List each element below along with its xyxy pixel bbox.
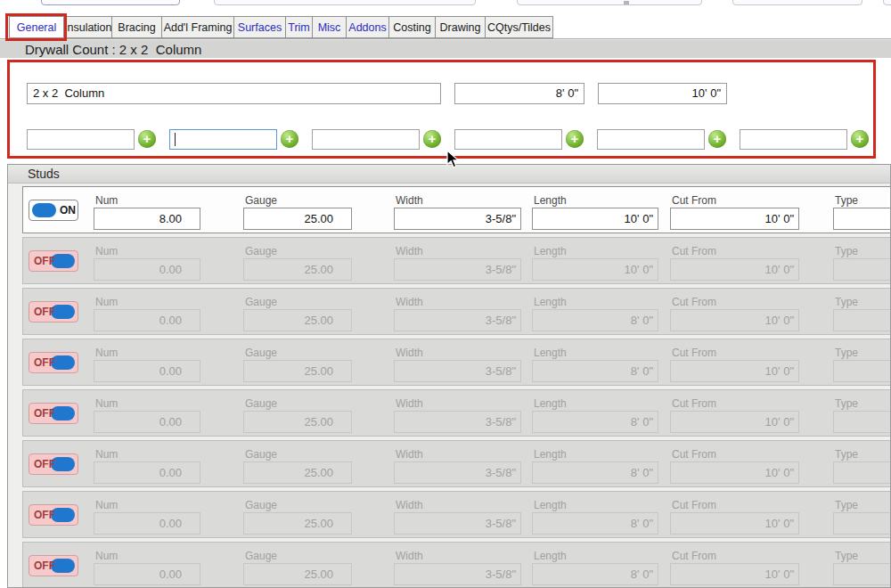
add-button-3[interactable]: + bbox=[423, 130, 441, 148]
width-input[interactable]: 3-5/8" bbox=[394, 208, 521, 230]
gauge-column: Gauge 25.00 bbox=[243, 397, 352, 433]
width-input[interactable]: 3-5/8" bbox=[394, 563, 521, 585]
type-input[interactable] bbox=[833, 512, 891, 535]
num-input[interactable]: 0.00 bbox=[94, 512, 200, 535]
type-input[interactable] bbox=[833, 461, 891, 484]
length-input[interactable]: 8' 0" bbox=[532, 563, 658, 585]
tab-costing[interactable]: Costing bbox=[388, 16, 436, 38]
quick-add-input-5[interactable] bbox=[597, 129, 705, 150]
tab-trim[interactable]: Trim bbox=[285, 16, 313, 38]
type-column: Type bbox=[833, 397, 891, 433]
width-label: Width bbox=[396, 296, 423, 308]
type-input[interactable] bbox=[833, 309, 891, 331]
lf-framing-input[interactable]: 8' 0" bbox=[454, 83, 584, 104]
width-input[interactable]: 3-5/8" bbox=[394, 360, 521, 382]
gauge-label: Gauge bbox=[245, 347, 277, 359]
num-input[interactable]: 8.00 bbox=[94, 208, 200, 230]
type-label: Type bbox=[835, 194, 858, 207]
num-input[interactable]: 0.00 bbox=[94, 360, 200, 382]
top-cutoff-field-4[interactable] bbox=[732, 0, 862, 5]
stud-enable-toggle[interactable]: OFF bbox=[29, 403, 78, 424]
tab-general[interactable]: General bbox=[9, 16, 64, 38]
top-cutoff-field-3[interactable] bbox=[517, 0, 702, 5]
length-input[interactable]: 8' 0" bbox=[532, 360, 658, 382]
stud-enable-toggle[interactable]: OFF bbox=[29, 504, 78, 526]
quick-add-input-4[interactable] bbox=[454, 129, 562, 150]
gauge-input[interactable]: 25.00 bbox=[243, 563, 352, 585]
stud-enable-toggle[interactable]: OFF bbox=[29, 250, 78, 272]
length-input[interactable]: 8' 0" bbox=[532, 309, 658, 331]
quick-add-input-6[interactable] bbox=[740, 129, 847, 150]
cut-from-input[interactable]: 10' 0" bbox=[670, 208, 799, 230]
cut-from-input[interactable]: 10' 0" bbox=[670, 309, 799, 331]
description-input[interactable]: 2 x 2 Column bbox=[27, 83, 441, 104]
add-button-5[interactable]: + bbox=[708, 130, 726, 148]
top-cutoff-field-2[interactable] bbox=[214, 0, 476, 5]
length-input[interactable]: 8' 0" bbox=[532, 411, 658, 433]
width-input[interactable]: 3-5/8" bbox=[394, 512, 521, 535]
gauge-input[interactable]: 25.00 bbox=[243, 309, 352, 331]
gauge-input[interactable]: 25.00 bbox=[243, 461, 352, 484]
text-caret bbox=[175, 133, 176, 146]
cut-from-input[interactable]: 10' 0" bbox=[670, 360, 799, 382]
type-input[interactable] bbox=[833, 360, 891, 382]
cut-from-input[interactable]: 10' 0" bbox=[670, 563, 799, 585]
cut-from-input[interactable]: 10' 0" bbox=[670, 461, 799, 484]
cut-from-column: Cut From 10' 0" bbox=[670, 550, 799, 585]
length-input[interactable]: 10' 0" bbox=[532, 208, 658, 230]
width-column: Width 3-5/8" bbox=[394, 550, 521, 585]
num-input[interactable]: 0.00 bbox=[94, 461, 200, 484]
add-button-1[interactable]: + bbox=[138, 130, 156, 148]
quick-add-input-2[interactable] bbox=[169, 129, 277, 150]
stud-enable-toggle[interactable]: OFF bbox=[29, 555, 78, 576]
tab-add-l-framing[interactable]: Add'l Framing bbox=[161, 16, 234, 38]
tab-insulation[interactable]: Insulation bbox=[63, 16, 112, 38]
gauge-input[interactable]: 25.00 bbox=[243, 360, 352, 382]
type-input[interactable] bbox=[833, 411, 891, 433]
stud-enable-toggle[interactable]: ON bbox=[29, 200, 78, 221]
cut-from-input[interactable]: 10' 0" bbox=[670, 258, 799, 281]
add-button-6[interactable]: + bbox=[851, 130, 869, 148]
width-input[interactable]: 3-5/8" bbox=[394, 411, 521, 433]
gauge-input[interactable]: 25.00 bbox=[243, 258, 352, 281]
length-input[interactable]: 8' 0" bbox=[532, 461, 658, 484]
num-input[interactable]: 0.00 bbox=[94, 258, 200, 281]
length-input[interactable]: 8' 0" bbox=[532, 512, 658, 535]
cut-from-input[interactable]: 10' 0" bbox=[670, 512, 799, 535]
framing-height-input[interactable]: 10' 0" bbox=[598, 83, 727, 104]
cut-from-input[interactable]: 10' 0" bbox=[670, 411, 799, 433]
quick-add-input-1[interactable] bbox=[27, 129, 135, 150]
type-input[interactable] bbox=[833, 258, 891, 281]
tab-drawing[interactable]: Drawing bbox=[435, 16, 486, 38]
cut-from-column: Cut From 10' 0" bbox=[670, 347, 799, 382]
length-input[interactable]: 10' 0" bbox=[532, 258, 658, 281]
tab-surfaces[interactable]: Surfaces bbox=[233, 16, 286, 38]
stud-enable-toggle[interactable]: OFF bbox=[29, 453, 78, 475]
add-button-2[interactable]: + bbox=[281, 130, 298, 148]
gauge-input[interactable]: 25.00 bbox=[243, 411, 352, 433]
tab-addons[interactable]: Addons bbox=[346, 16, 389, 38]
tab-cqtys-tildes[interactable]: CQtys/Tildes bbox=[485, 16, 553, 38]
tab-bracing[interactable]: Bracing bbox=[111, 16, 162, 38]
tab-misc[interactable]: Misc bbox=[312, 16, 347, 38]
type-input[interactable] bbox=[833, 208, 891, 230]
num-input[interactable]: 0.00 bbox=[94, 411, 200, 433]
type-input[interactable] bbox=[833, 563, 891, 585]
width-input[interactable]: 3-5/8" bbox=[394, 461, 521, 484]
add-button-4[interactable]: + bbox=[566, 130, 584, 148]
cut-from-label: Cut From bbox=[672, 550, 716, 562]
width-input[interactable]: 3-5/8" bbox=[394, 258, 521, 281]
stud-enable-toggle[interactable]: OFF bbox=[29, 301, 78, 323]
toggle-state-label: OFF bbox=[34, 255, 55, 267]
top-cutoff-field-1[interactable] bbox=[41, 0, 180, 5]
num-input[interactable]: 0.00 bbox=[94, 563, 200, 585]
width-input[interactable]: 3-5/8" bbox=[394, 309, 521, 331]
gauge-input[interactable]: 25.00 bbox=[243, 208, 352, 230]
gauge-input[interactable]: 25.00 bbox=[243, 512, 352, 535]
type-label: Type bbox=[835, 499, 858, 511]
num-input[interactable]: 0.00 bbox=[94, 309, 200, 331]
top-cutoff-field-5[interactable] bbox=[883, 0, 891, 5]
stud-enable-toggle[interactable]: OFF bbox=[29, 352, 78, 373]
cut-from-label: Cut From bbox=[672, 347, 716, 359]
quick-add-input-3[interactable] bbox=[312, 129, 420, 150]
